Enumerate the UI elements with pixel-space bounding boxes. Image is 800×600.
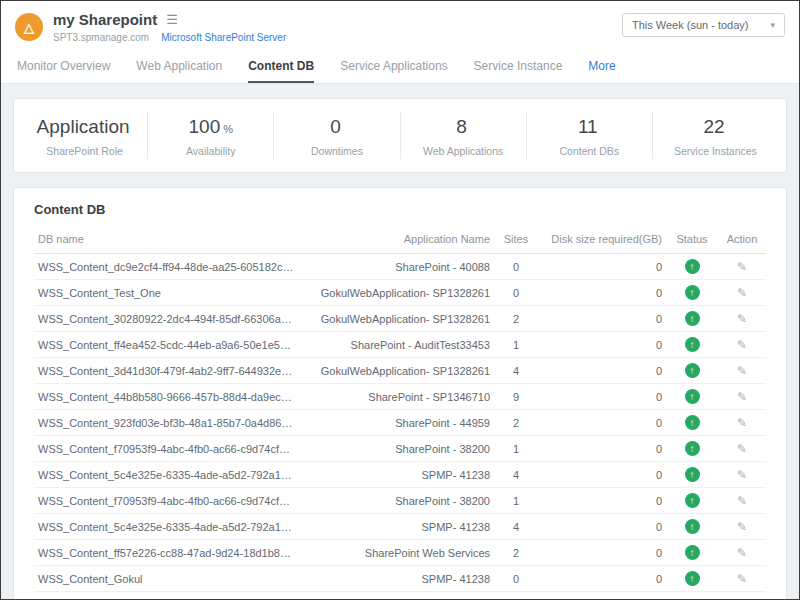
status-cell: ↑ xyxy=(666,436,718,462)
stat-label: Content DBs xyxy=(531,145,648,157)
action-cell: ✎ xyxy=(718,384,766,410)
table-row: WSS_Content_923fd03e-bf3b-48a1-85b7-0a4d… xyxy=(34,410,766,436)
stat-value: 11 xyxy=(578,116,598,137)
edit-action-icon[interactable]: ✎ xyxy=(737,416,747,430)
status-cell: ↑ xyxy=(666,410,718,436)
application-name-cell: SharePoint - 38200 xyxy=(299,436,494,462)
db-name-cell: WSS_Content_30280922-2dc4-494f-85df-6630… xyxy=(34,306,299,332)
db-name-cell: WSS_Content_Gokul xyxy=(34,566,299,592)
db-name-cell: WSS_Content_f70953f9-4abc-4fb0-ac66-c9d7… xyxy=(34,488,299,514)
application-name-cell: SharePoint - AuditTest33453 xyxy=(299,332,494,358)
table-row: WSS_Content_f70953f9-4abc-4fb0-ac66-c9d7… xyxy=(34,488,766,514)
action-cell: ✎ xyxy=(718,410,766,436)
db-name-cell: WSS_Content_923fd03e-bf3b-48a1-85b7-0a4d… xyxy=(34,410,299,436)
status-cell: ↑ xyxy=(666,254,718,280)
edit-action-icon[interactable]: ✎ xyxy=(737,364,747,378)
status-cell: ↑ xyxy=(666,280,718,306)
status-up-icon: ↑ xyxy=(685,545,700,560)
status-cell: ↑ xyxy=(666,332,718,358)
stat-item: 0 Downtimes xyxy=(274,112,400,159)
hamburger-menu-icon[interactable]: ☰ xyxy=(166,12,178,27)
edit-action-icon[interactable]: ✎ xyxy=(737,494,747,508)
application-name-cell: SPMP- 41238 xyxy=(299,566,494,592)
content-db-table: DB nameApplication NameSitesDisk size re… xyxy=(34,225,766,592)
chevron-down-icon: ▾ xyxy=(770,20,775,30)
table-row: WSS_Content_ff4ea452-5cdc-44eb-a9a6-50e1… xyxy=(34,332,766,358)
disk-size-cell: 0 xyxy=(538,436,666,462)
period-selector[interactable]: This Week (sun - today) ▾ xyxy=(622,13,785,37)
application-name-cell: SPMP- 41238 xyxy=(299,462,494,488)
edit-action-icon[interactable]: ✎ xyxy=(737,468,747,482)
server-type-link[interactable]: Microsoft SharePoint Server xyxy=(161,32,286,43)
tab-service-instance[interactable]: Service Instance xyxy=(474,50,563,83)
tab-service-applications[interactable]: Service Applications xyxy=(340,50,447,83)
status-up-icon: ↑ xyxy=(685,363,700,378)
status-cell: ↑ xyxy=(666,514,718,540)
status-up-icon: ↑ xyxy=(685,493,700,508)
action-cell: ✎ xyxy=(718,436,766,462)
sites-cell: 1 xyxy=(494,436,538,462)
db-name-cell: WSS_Content_Test_One xyxy=(34,280,299,306)
sites-cell: 0 xyxy=(494,566,538,592)
stat-value: 0 xyxy=(330,116,341,137)
db-name-cell: WSS_Content_ff57e226-cc88-47ad-9d24-18d1… xyxy=(34,540,299,566)
sites-cell: 0 xyxy=(494,254,538,280)
column-header: Action xyxy=(718,225,766,254)
sites-cell: 2 xyxy=(494,306,538,332)
stat-value: Application xyxy=(37,116,130,137)
sites-cell: 1 xyxy=(494,332,538,358)
table-row: WSS_Content_30280922-2dc4-494f-85df-6630… xyxy=(34,306,766,332)
stat-item: 22 Service Instances xyxy=(653,112,778,159)
edit-action-icon[interactable]: ✎ xyxy=(737,390,747,404)
edit-action-icon[interactable]: ✎ xyxy=(737,546,747,560)
summary-stats-card: Application SharePoint Role 100% Availab… xyxy=(13,98,787,173)
action-cell: ✎ xyxy=(718,566,766,592)
tab-web-application[interactable]: Web Application xyxy=(136,50,222,83)
edit-action-icon[interactable]: ✎ xyxy=(737,442,747,456)
table-row: WSS_Content_ff57e226-cc88-47ad-9d24-18d1… xyxy=(34,540,766,566)
db-name-cell: WSS_Content_5c4e325e-6335-4ade-a5d2-792a… xyxy=(34,462,299,488)
edit-action-icon[interactable]: ✎ xyxy=(737,338,747,352)
edit-action-icon[interactable]: ✎ xyxy=(737,260,747,274)
stat-value: 8 xyxy=(456,116,467,137)
status-up-icon: ↑ xyxy=(685,571,700,586)
column-header: Disk size required(GB) xyxy=(538,225,666,254)
sites-cell: 2 xyxy=(494,410,538,436)
tab-more[interactable]: More xyxy=(588,50,615,83)
sites-cell: 0 xyxy=(494,280,538,306)
db-name-cell: WSS_Content_ff4ea452-5cdc-44eb-a9a6-50e1… xyxy=(34,332,299,358)
action-cell: ✎ xyxy=(718,462,766,488)
sites-cell: 4 xyxy=(494,462,538,488)
edit-action-icon[interactable]: ✎ xyxy=(737,520,747,534)
application-name-cell: GokulWebApplication- SP1328261 xyxy=(299,358,494,384)
tab-monitor-overview[interactable]: Monitor Overview xyxy=(17,50,110,83)
table-row: WSS_Content_5c4e325e-6335-4ade-a5d2-792a… xyxy=(34,514,766,540)
disk-size-cell: 0 xyxy=(538,540,666,566)
status-cell: ↑ xyxy=(666,462,718,488)
action-cell: ✎ xyxy=(718,514,766,540)
sites-cell: 9 xyxy=(494,384,538,410)
tabs: Monitor OverviewWeb ApplicationContent D… xyxy=(1,50,799,84)
application-name-cell: SharePoint - 44959 xyxy=(299,410,494,436)
disk-size-cell: 0 xyxy=(538,332,666,358)
action-cell: ✎ xyxy=(718,254,766,280)
status-cell: ↑ xyxy=(666,566,718,592)
edit-action-icon[interactable]: ✎ xyxy=(737,572,747,586)
disk-size-cell: 0 xyxy=(538,254,666,280)
edit-action-icon[interactable]: ✎ xyxy=(737,286,747,300)
application-name-cell: SPMP- 41238 xyxy=(299,514,494,540)
db-name-cell: WSS_Content_44b8b580-9666-457b-88d4-da9e… xyxy=(34,384,299,410)
action-cell: ✎ xyxy=(718,358,766,384)
stat-value: 100 xyxy=(189,116,221,137)
edit-action-icon[interactable]: ✎ xyxy=(737,312,747,326)
tab-content-db[interactable]: Content DB xyxy=(248,50,314,83)
stat-label: Downtimes xyxy=(278,145,395,157)
content-db-table-body: WSS_Content_dc9e2cf4-ff94-48de-aa25-6051… xyxy=(34,254,766,592)
main-content: Application SharePoint Role 100% Availab… xyxy=(1,84,799,599)
table-row: WSS_Content_Gokul SPMP- 41238 0 0 ↑ ✎ xyxy=(34,566,766,592)
stat-label: Availability xyxy=(152,145,269,157)
table-row: WSS_Content_3d41d30f-479f-4ab2-9ff7-6449… xyxy=(34,358,766,384)
application-name-cell: SharePoint - 38200 xyxy=(299,488,494,514)
db-name-cell: WSS_Content_dc9e2cf4-ff94-48de-aa25-6051… xyxy=(34,254,299,280)
application-name-cell: SharePoint - 40088 xyxy=(299,254,494,280)
